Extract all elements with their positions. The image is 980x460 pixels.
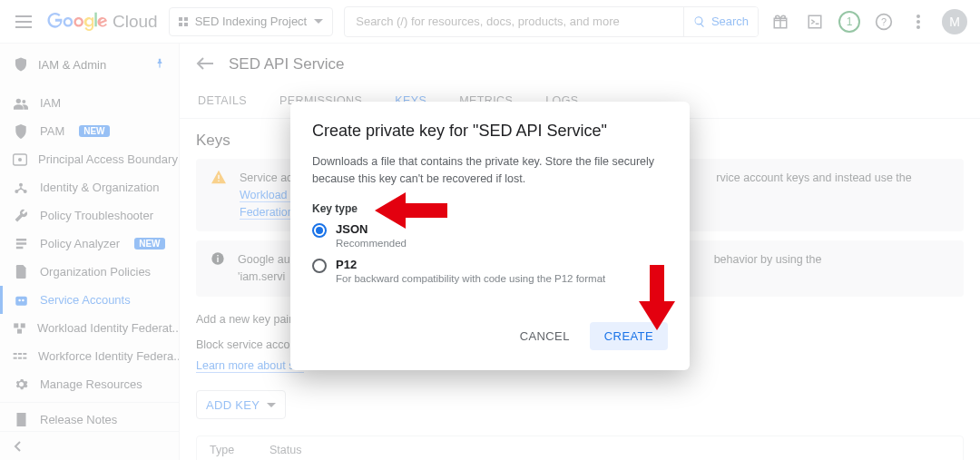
radio-p12[interactable]: P12 For backward compatibility with code…: [312, 258, 668, 284]
radio-json[interactable]: JSON Recommended: [312, 222, 668, 249]
radio-off-icon: [312, 259, 327, 273]
dialog-title: Create private key for "SED API Service": [312, 122, 668, 141]
create-button[interactable]: CREATE: [590, 322, 668, 350]
create-key-dialog: Create private key for "SED API Service"…: [290, 102, 690, 370]
dialog-desc: Downloads a file that contains the priva…: [312, 153, 668, 188]
cancel-button[interactable]: CANCEL: [509, 322, 581, 350]
radio-on-icon: [312, 223, 327, 238]
key-type-label: Key type: [312, 202, 668, 215]
